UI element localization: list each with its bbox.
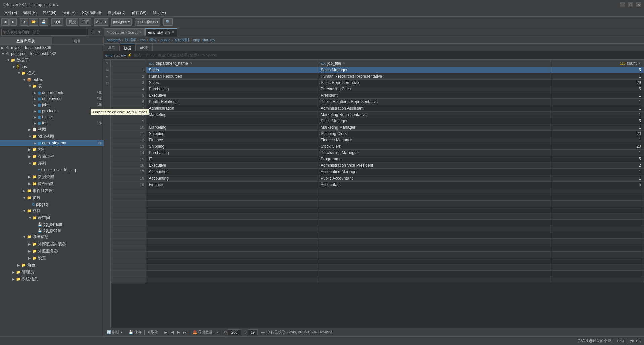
public-crumb[interactable]: public — [161, 38, 170, 42]
tree-item-storage[interactable]: ▼ 📁 存储 — [0, 207, 104, 214]
tree-item-jobs[interactable]: ▶ ▦ jobs 24K — [0, 102, 104, 108]
back-button[interactable]: ◀ — [1, 18, 9, 26]
tab-properties[interactable]: 属性 — [104, 44, 120, 51]
postgres-crumb[interactable]: postgres — [107, 38, 121, 42]
tree-item-agg-funcs[interactable]: ▶ 📁 聚合函数 — [0, 180, 104, 187]
tab-data[interactable]: 数据 — [120, 44, 136, 51]
save-result-button[interactable]: 💾 保存 — [127, 329, 143, 335]
open-button[interactable]: 📂 — [29, 18, 38, 26]
tab-emp-stat-mv[interactable]: emp_stat_mv ✕ — [145, 28, 177, 36]
menu-item-编辑(E)[interactable]: 编辑(E) — [20, 9, 39, 16]
row-count-input[interactable] — [248, 329, 258, 335]
collapse-all-button[interactable]: ⊟ — [90, 29, 96, 35]
tab-close-button[interactable]: ✕ — [139, 30, 142, 34]
limit-input[interactable] — [228, 329, 241, 335]
table-row[interactable]: 13ShippingStock Clerk20 — [111, 143, 644, 150]
commit-button[interactable]: 提交 — [66, 18, 78, 26]
table-row[interactable]: 6Public RelationsPublic Relations Repres… — [111, 99, 644, 105]
table-row[interactable]: 5ExecutivePresident1 — [111, 92, 644, 99]
nav-prev-button[interactable]: ◀ — [170, 329, 175, 335]
tree-item-tablespace-folder[interactable]: ▼ 📁 表空间 — [0, 214, 104, 221]
menu-item-帮助(H)[interactable]: 帮助(H) — [150, 9, 169, 16]
tree-item-emp-stat-mv[interactable]: ▶ ▦ emp_stat_mv 8K — [0, 140, 104, 146]
tree-item-plpgsql[interactable]: ⧉ plpgsql — [0, 201, 104, 207]
tree-item-postgres[interactable]: ▼ 🔌 postgres - localhost:5432 — [0, 51, 104, 57]
tree-item-stored-procs[interactable]: ▶ 📁 存储过程 — [0, 153, 104, 160]
sidebar-search-input[interactable] — [1, 29, 88, 36]
tree-item-pg-global[interactable]: 💾 pg_global — [0, 227, 104, 233]
tree-item-mysql[interactable]: ▶ 🔌 mysql - localhost:3306 — [0, 45, 104, 51]
menu-item-导航(N)[interactable]: 导航(N) — [40, 9, 59, 16]
row-ctrl-2[interactable]: ⊞ — [104, 66, 111, 73]
sql-button[interactable]: SQL — [51, 18, 63, 26]
tree-item-roles[interactable]: ▶ 📁 角色 — [0, 262, 104, 269]
minimize-button[interactable]: ─ — [620, 2, 625, 7]
tree-item-sysinfo2[interactable]: ▶ 📁 系统信息 — [0, 276, 104, 283]
table-row[interactable]: 15ITProgrammer5 — [111, 156, 644, 162]
table-row[interactable]: 16ExecutiveAdministration Vice President… — [111, 162, 644, 169]
col-count[interactable]: 123 count ▼ — [551, 60, 644, 67]
tree-item-cps[interactable]: ▼ 🗄 cps — [0, 64, 104, 70]
tree-item-admin[interactable]: ▶ 📁 管理员 — [0, 269, 104, 276]
tree-item-indexes[interactable]: ▶ 📁 索引 — [0, 146, 104, 153]
schema-dropdown[interactable]: public@cps ▾ — [135, 18, 160, 26]
new-button[interactable]: 🗋 — [20, 18, 28, 26]
table-row[interactable]: 10MarketingMarketing Manager1 — [111, 124, 644, 131]
table-row[interactable]: 19FinanceAccountant5 — [111, 182, 644, 188]
table-row[interactable]: 7AdministrationAdministration Assistant1 — [111, 105, 644, 112]
forward-button[interactable]: ▶ — [9, 18, 17, 26]
schema-crumb[interactable]: 模式 — [149, 37, 157, 42]
nav-last-button[interactable]: ⏭ — [182, 330, 188, 335]
matview-crumb[interactable]: 物化视图 — [174, 37, 189, 42]
menu-item-文件(F)[interactable]: 文件(F) — [1, 9, 20, 16]
tree-item-sysinfo[interactable]: ▼ 📁 系统信息 — [0, 233, 104, 240]
menu-item-SQL编辑器[interactable]: SQL编辑器 — [79, 9, 105, 16]
cps-crumb[interactable]: cps — [140, 38, 146, 42]
table-row[interactable]: 11ShippingShipping Clerk20 — [111, 131, 644, 137]
tab-close-button[interactable]: ✕ — [172, 30, 174, 34]
tree-item-test[interactable]: ▶ ▦ test 32K — [0, 120, 104, 126]
close-button[interactable]: ✕ — [636, 2, 641, 7]
table-row[interactable]: 14PurchasingPurchasing Manager1 — [111, 150, 644, 156]
search-button[interactable]: 🔍 — [163, 18, 173, 26]
tree-item-t-user-seq[interactable]: ≡ t_user_user_id_seq — [0, 167, 104, 173]
row-ctrl-4[interactable]: ⊟ — [104, 80, 111, 86]
col-job-title[interactable]: abc job_title ▼ — [318, 60, 551, 67]
rollback-button[interactable]: 回滚 — [79, 18, 91, 26]
tree-item-tables-folder[interactable]: ▼ 📁 表 — [0, 83, 104, 90]
tree-item-extensions[interactable]: ▼ 📁 扩展 — [0, 194, 104, 201]
tree-item-settings[interactable]: ▶ 📁 设置 — [0, 255, 104, 262]
table-row[interactable]: 9Stock Manager5 — [111, 118, 644, 124]
tree-item-ext-servers[interactable]: ▶ 📁 外服服务器 — [0, 248, 104, 255]
menu-item-搜索(A)[interactable]: 搜索(A) — [60, 9, 78, 16]
menu-item-窗口(W)[interactable]: 窗口(W) — [129, 9, 149, 16]
db-crumb[interactable]: 数据库 — [125, 37, 136, 42]
table-row[interactable]: 18AccountingPublic Accountant1 — [111, 175, 644, 182]
tab-er[interactable]: ER图 — [136, 44, 153, 51]
table-row[interactable]: 2Human ResourcesHuman Resources Represen… — [111, 73, 644, 80]
tree-item-public[interactable]: ▼ 📦 public — [0, 77, 104, 83]
auto-commit-dropdown[interactable]: Auto ▾ — [94, 18, 108, 26]
table-row[interactable]: 17AccountingAccounting Manager1 — [111, 169, 644, 175]
tab-projects[interactable]: 项目 — [52, 37, 104, 44]
tab-postgres-script[interactable]: *<postgres> Script ✕ — [104, 28, 145, 36]
table-row[interactable]: 8MarketingMarketing Representative1 — [111, 112, 644, 118]
tree-item-databases[interactable]: ▼ 📁 数据库 — [0, 57, 104, 64]
export-button[interactable]: 📤 导出数据... ▼ — [191, 329, 221, 335]
tree-item-departments[interactable]: ▶ ▦ departments 24K — [0, 90, 104, 96]
table-row[interactable]: 3SalesSales Representative29 — [111, 80, 644, 86]
tree-item-datatypes[interactable]: ▶ 📁 数据类型 — [0, 173, 104, 180]
table-row[interactable]: 4PurchasingPurchasing Clerk5 — [111, 86, 644, 92]
col-department-name[interactable]: abc department_name ▼ — [146, 60, 318, 67]
tree-item-employees[interactable]: ▶ ▦ employees 72K — [0, 96, 104, 102]
tree-item-sequences[interactable]: ▼ 📁 序列 — [0, 160, 104, 167]
table-row[interactable]: 1SalesSales Manager5 — [111, 67, 644, 73]
row-ctrl-1[interactable]: ≡ — [104, 60, 111, 66]
mv-crumb[interactable]: emp_stat_mv — [193, 38, 215, 42]
tab-database-navigator[interactable]: 数据库导航 — [0, 37, 52, 44]
tree-item-products[interactable]: ▶ ▦ products 32K — [0, 108, 104, 114]
nav-first-button[interactable]: ⏮ — [163, 330, 169, 335]
tree-item-schema-folder[interactable]: ▼ 📁 模式 — [0, 70, 104, 77]
tree-item-pg-default[interactable]: 💾 pg_default — [0, 221, 104, 227]
nav-next-button[interactable]: ▶ — [176, 329, 181, 335]
